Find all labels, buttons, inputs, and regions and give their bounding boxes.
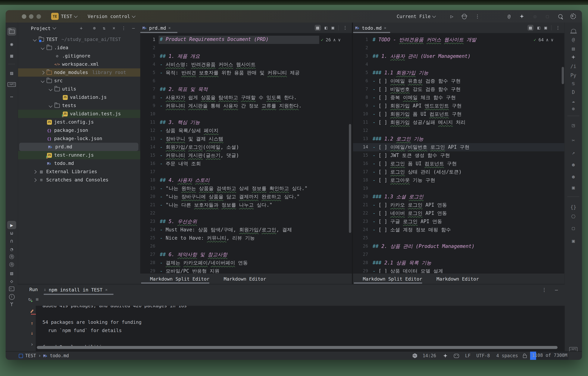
inspection-widget[interactable]: ✓26∧∨	[321, 36, 341, 44]
vcs-widget[interactable]: Version control	[87, 10, 135, 22]
code-line[interactable]: 3## 1. 사용자 관리 (User Management)	[353, 52, 565, 61]
code-line[interactable]: 18- [ ] 로그아웃 기능 구현	[353, 176, 565, 184]
clipboard-q-icon[interactable]: ▢	[569, 224, 578, 232]
search-everywhere-ai-icon[interactable]	[517, 10, 526, 22]
tree-row-package.json[interactable]: {}package.json	[18, 126, 140, 135]
code-line[interactable]: 11## 3. 핵심 기능	[140, 118, 352, 126]
code-line[interactable]: 2	[140, 44, 352, 52]
braces-plugin-icon[interactable]: {}	[569, 203, 578, 211]
code-line[interactable]: 29- [ ] 상품 데이터 모델 설계	[353, 267, 565, 273]
add-icon[interactable]: +	[77, 22, 85, 34]
code-line[interactable]: 18## 4. 사용자 스토리	[140, 176, 352, 184]
pencil-plugin-icon[interactable]: ↗	[569, 148, 578, 157]
settings-icon[interactable]	[568, 10, 577, 22]
expand-all-icon[interactable]: ⇅	[100, 22, 108, 34]
git-tool-icon[interactable]: ϒ	[7, 300, 16, 308]
copilot-status-icon[interactable]	[454, 352, 459, 360]
tree-row-External Libraries[interactable]: ▥External Libraries	[18, 167, 140, 176]
plugin-cat-icon[interactable]: ω	[7, 229, 16, 237]
inspection-widget[interactable]: ✓64∧∨	[534, 36, 553, 44]
code-line[interactable]: 16- [ ] 로그인 폼 UI 컴포넌트 구현	[353, 160, 565, 168]
users2-plugin-icon[interactable]: ☻	[569, 173, 578, 181]
panel-more-icon[interactable]: ⋮	[120, 22, 128, 34]
prev-problem-icon[interactable]: ∧	[546, 37, 548, 42]
console-hscrollbar[interactable]	[37, 346, 557, 349]
problems-tool-icon[interactable]: !	[7, 292, 16, 301]
profiler-gauge-icon[interactable]: ◔	[7, 245, 16, 253]
code-line[interactable]: 14- [ ] 이메일/비밀번호 로그인 API 구현	[353, 143, 565, 151]
markdown-bottom-tab-split[interactable]: Markdown Split Editor	[363, 276, 422, 282]
memory-indicator[interactable]: 1108 of 7300M	[530, 352, 568, 360]
prev-problem-icon[interactable]: ∧	[333, 37, 336, 42]
hexagon-badge-icon[interactable]: 4c	[413, 352, 417, 360]
layout-split-icon[interactable]: ◧	[325, 25, 327, 31]
close-tab-icon[interactable]: ×	[384, 25, 386, 30]
zoom-window-button[interactable]	[36, 14, 41, 19]
tree-chevron-icon[interactable]	[41, 46, 44, 50]
structural-search-icon[interactable]: ▢	[543, 10, 552, 22]
code-line[interactable]: 23## 5. 우선순위	[140, 218, 352, 226]
code-line[interactable]: 14- 회원가입/로그인(이메일, 소셜)	[140, 143, 352, 151]
clipboard-plugin-icon[interactable]: ▣	[569, 183, 578, 192]
project-view-selector[interactable]: Project	[31, 22, 55, 34]
code-line[interactable]: 24- [ ] 소셜 계정 정보 매핑 함수	[353, 226, 565, 234]
code-line[interactable]: 25	[353, 234, 565, 242]
breadcrumb-file[interactable]: todo.md	[50, 353, 69, 358]
commit-tool-icon[interactable]: ◉	[7, 40, 16, 48]
code-line[interactable]: 21- [ ] 카카오 로그인 API 연동	[353, 201, 565, 209]
run-more-icon[interactable]: ⋮	[542, 287, 547, 292]
endpoints-tool-icon[interactable]: /API	[7, 80, 16, 89]
stop-icon[interactable]: ■	[36, 297, 38, 302]
code-line[interactable]: 16- 주문 내역 조회	[140, 160, 352, 168]
tree-chevron-icon[interactable]	[49, 104, 53, 108]
code-line[interactable]: 7## 2. 목표 및 목적	[140, 85, 352, 94]
code-line[interactable]: 3## 1. 제품 개요	[140, 52, 352, 61]
encoding-widget[interactable]: UTF-8	[476, 352, 490, 360]
tree-row-Scratches and Consoles[interactable]: ≡Scratches and Consoles	[18, 176, 140, 184]
ai-sparkle-status-icon[interactable]	[443, 352, 447, 360]
expand-console-icon[interactable]: ›	[29, 341, 35, 347]
next-problem-icon[interactable]: ∨	[551, 37, 553, 42]
layout-preview-icon[interactable]: ▣	[332, 25, 334, 31]
tree-row-jest.config.js[interactable]: JSjest.config.js	[18, 118, 140, 126]
tree-row-validation.js[interactable]: JSvalidation.js	[18, 93, 140, 101]
code-line[interactable]: 4	[353, 61, 565, 69]
users-plugin-icon[interactable]: ☻	[569, 161, 578, 169]
r-terminal-icon[interactable]: Ⓡ	[7, 261, 16, 269]
tree-row-utils[interactable]: utils	[18, 85, 140, 93]
editor-more-icon[interactable]: ⋮	[556, 25, 560, 31]
code-line[interactable]: 10	[140, 110, 352, 118]
tree-chevron-icon[interactable]	[33, 170, 37, 174]
ai-assistant-tool-icon[interactable]: @	[569, 35, 578, 43]
code-line[interactable]: 6- [ ] 이메일 유효성 검증 함수 구현	[353, 77, 565, 85]
code-line[interactable]: 5- 목적: 반려견 보호자를 위한 용품 판매 및 커뮤니티 제공	[140, 69, 352, 77]
editor-content[interactable]: 1# Product Requirements Document (PRD)2 …	[140, 33, 352, 273]
code-line[interactable]: 19- "나는 원하는 상품을 검색하고 상세 정보를 확인하고 싶다."	[140, 184, 352, 193]
code-line[interactable]: 29- 모바일/PC 반응형 지원	[140, 267, 352, 273]
tree-chevron-icon[interactable]	[49, 87, 53, 91]
layout-editor-only-icon[interactable]: ▤	[528, 25, 533, 31]
debug-icon[interactable]	[460, 10, 469, 22]
run-tool-icon[interactable]: ▶	[7, 221, 16, 229]
run-console[interactable]: added 419 packages, and audited 420 pack…	[36, 306, 565, 352]
tree-chevron-icon[interactable]	[41, 79, 44, 83]
ai-assistant-icon[interactable]: @	[504, 10, 513, 22]
editor-tab-prd.md[interactable]: M↓prd.md×	[142, 22, 171, 33]
code-line[interactable]: 27	[353, 251, 565, 259]
code-line[interactable]: 28- 결제는 카카오페이/네이버페이 연동	[140, 259, 352, 267]
profiler-icon[interactable]: ◎	[531, 10, 540, 22]
code-line[interactable]: 21- "나는 다른 보호자들과 정보를 나누고 싶다."	[140, 201, 352, 209]
terminal-tool-icon[interactable]: >_	[7, 285, 16, 293]
notifications-icon[interactable]	[569, 27, 578, 35]
code-line[interactable]: 10- [ ] 회원가입 폼 UI 컴포넌트 구현	[353, 110, 565, 118]
r-console-icon[interactable]: Ⓡ	[7, 253, 16, 261]
code-line[interactable]: 24- Must Have: 상품 탐색/구매, 회원가입/로그인, 결제	[140, 226, 352, 234]
scroll-up-icon[interactable]: ↑	[29, 320, 35, 326]
rerun-icon[interactable]: ↻▶	[28, 296, 31, 302]
code-line[interactable]: 11- [ ] 회원가입 성공/실패 메시지 처리	[353, 118, 565, 126]
scroll-down-icon[interactable]: ↓	[29, 330, 35, 336]
code-line[interactable]: 1# TODO - 반려견용품 커머스 웹사이트 개발	[353, 36, 565, 44]
code-line[interactable]: 26	[140, 242, 352, 251]
code-line[interactable]: 27## 6. 제약사항 및 참고사항	[140, 251, 352, 259]
layout-preview-icon[interactable]: ▣	[544, 25, 547, 31]
